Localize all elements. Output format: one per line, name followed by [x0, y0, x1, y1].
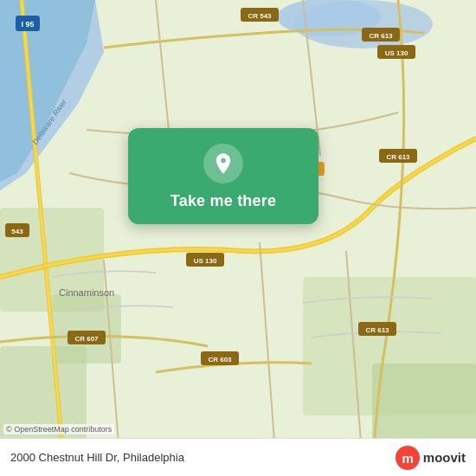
svg-text:CR 543: CR 543: [248, 12, 272, 20]
map-container: I 95 CR 543 CR 613 US 130 130 CR 613 US …: [0, 0, 476, 476]
address-label: 2000 Chestnut Hill Dr, Philadelphia: [10, 451, 184, 464]
moovit-logo-text: moovit: [423, 450, 466, 465]
svg-text:CR 603: CR 603: [208, 356, 232, 363]
svg-text:CR 613: CR 613: [365, 326, 389, 334]
svg-text:I 95: I 95: [21, 20, 34, 29]
svg-text:m: m: [402, 450, 414, 465]
take-me-there-label: Take me there: [170, 192, 276, 210]
svg-text:Cinnaminson: Cinnaminson: [59, 287, 114, 298]
moovit-logo: m moovit: [396, 446, 466, 470]
svg-text:CR 607: CR 607: [74, 335, 99, 343]
svg-text:US 130: US 130: [194, 257, 217, 265]
svg-text:543: 543: [11, 228, 23, 235]
take-me-there-card[interactable]: Take me there: [128, 128, 318, 224]
location-pin-icon: [203, 144, 243, 183]
osm-attribution: © OpenStreetMap contributors: [3, 424, 114, 434]
bottom-bar: 2000 Chestnut Hill Dr, Philadelphia m mo…: [0, 438, 476, 476]
svg-text:US 130: US 130: [385, 49, 408, 57]
svg-text:CR 613: CR 613: [386, 153, 410, 161]
svg-text:CR 613: CR 613: [369, 32, 393, 40]
